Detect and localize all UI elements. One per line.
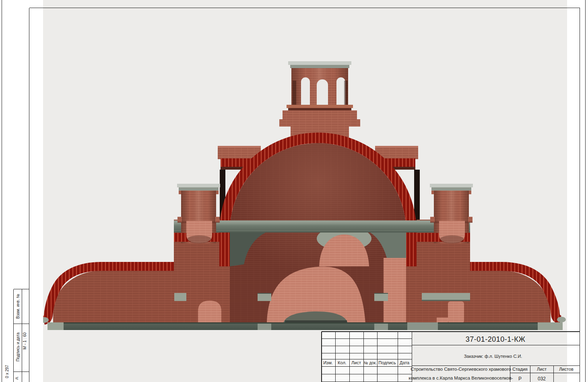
label-vzam-inv: Взам. инв. № (16, 294, 20, 319)
foundation-slab (47, 322, 563, 330)
side-stamp-labels: Взам. инв. № Подпись и дата М - 1 : 60 0… (5, 294, 27, 380)
rev-header-list: Лист (351, 360, 361, 365)
left-tower-cap (177, 184, 220, 187)
right-slit-window (414, 170, 420, 220)
rev-header-ndok: № док. (364, 361, 377, 365)
drawing-sheet-viewport: Изм. Кол. Лист № док. Подпись Дата 37-01… (0, 0, 588, 382)
stage-label: Стадия (512, 367, 528, 372)
customer-line: Заказчик: ф.л. Шутенко С.И. (464, 354, 522, 359)
sheets-label: Листов (559, 367, 574, 372)
document-number: 37-01-2010-1-КЖ (466, 335, 526, 343)
sheet-label: Лист (537, 367, 547, 372)
cupola-center-arch (317, 79, 328, 105)
right-tower-cap (430, 184, 473, 187)
left-wing-niche (198, 301, 221, 323)
label-podpis-data: Подпись и дата (16, 332, 20, 361)
label-scale-note: М - 1 : 60 (23, 332, 27, 349)
label-inv-fragment: л. (14, 376, 19, 380)
stage-value: Р (518, 376, 522, 382)
cupola-right-arch (336, 77, 345, 105)
cupola-left-arch (301, 77, 310, 105)
sheet-value: 032 (538, 376, 546, 382)
project-name-line1: Строительство Свято-Сергиевского храмово… (411, 367, 511, 372)
sheet-canvas: Изм. Кол. Лист № док. Подпись Дата 37-01… (0, 0, 588, 382)
rev-header-izm: Изм. (323, 360, 333, 365)
cupola-cap (288, 61, 351, 65)
project-name-line2: комплекса в с.Карла Маркса Великоновосел… (409, 376, 513, 380)
label-format-note: 0 х 297 (5, 365, 9, 378)
church-section-render (40, 0, 567, 382)
rev-header-kol: Кол. (338, 360, 347, 365)
rev-header-podpis: Подпись (378, 360, 396, 365)
rev-header-data: Дата (400, 360, 410, 365)
cupola-drum (279, 61, 360, 127)
